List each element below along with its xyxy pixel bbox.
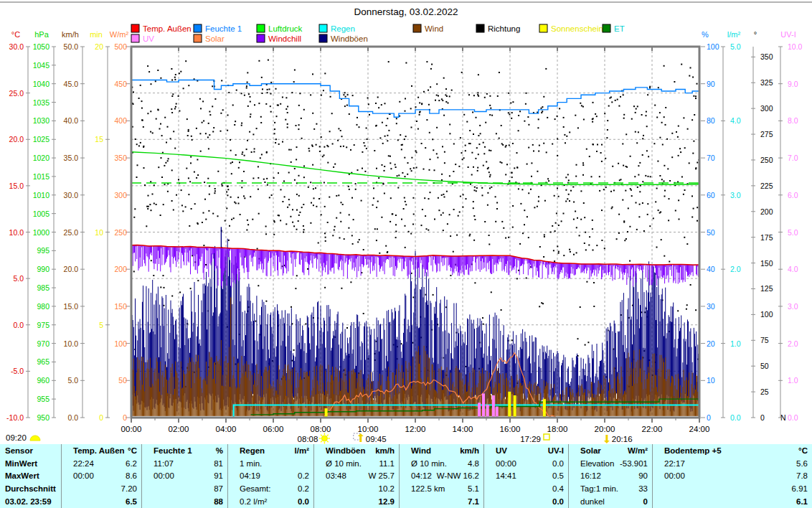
table-cell: Ø 10 min.11.1 [314, 457, 399, 470]
svg-text:1030: 1030 [33, 116, 50, 125]
table-col-feuchte-1: Feuchte 1%11:078100:00918788 [142, 444, 228, 508]
svg-text:0.0: 0.0 [67, 413, 78, 422]
svg-text:25.0: 25.0 [64, 228, 79, 237]
table-cell: 00:008.6 [62, 470, 141, 483]
svg-text:5.0: 5.0 [67, 376, 78, 385]
dashed-box-icon [354, 433, 360, 440]
page-title: Donnerstag, 03.02.2022 [354, 6, 458, 17]
svg-text:250: 250 [114, 228, 127, 237]
svg-text:09:45: 09:45 [366, 435, 387, 443]
svg-text:10.0: 10.0 [64, 339, 79, 348]
col-header: Windkm/h [400, 444, 483, 457]
svg-text:Windböen: Windböen [331, 34, 368, 43]
svg-text:3.0: 3.0 [788, 302, 798, 311]
col-header: UVUV-I [484, 444, 568, 457]
svg-text:22:00: 22:00 [642, 425, 663, 433]
svg-text:4.0: 4.0 [730, 116, 741, 125]
svg-text:15.0: 15.0 [9, 182, 24, 190]
table-cell: 7.1 [400, 495, 483, 508]
svg-text:°: ° [754, 30, 757, 39]
svg-text:2.0: 2.0 [788, 339, 798, 348]
arrow-up-icon [358, 433, 364, 442]
svg-text:0.0: 0.0 [788, 413, 798, 422]
svg-text:80: 80 [707, 116, 715, 125]
svg-text:20.0: 20.0 [64, 265, 79, 273]
table-cell: 1 min. [228, 457, 313, 470]
svg-text:5: 5 [99, 321, 103, 329]
svg-text:1045: 1045 [33, 61, 50, 70]
svg-text:Windchill: Windchill [268, 34, 301, 43]
svg-text:5.0: 5.0 [788, 228, 798, 237]
legend-swatch [319, 24, 327, 32]
sun-half-icon [30, 436, 40, 441]
svg-text:350: 350 [114, 154, 127, 162]
svg-text:35.0: 35.0 [64, 154, 79, 162]
legend-swatch [131, 34, 139, 42]
svg-text:2.0: 2.0 [730, 265, 741, 273]
svg-text:950: 950 [37, 413, 49, 422]
svg-text:1020: 1020 [33, 154, 50, 162]
svg-text:975: 975 [37, 321, 49, 329]
svg-text:16:00: 16:00 [500, 425, 521, 433]
svg-text:1025: 1025 [33, 135, 50, 144]
table-cell: 00:000.0 [484, 457, 568, 470]
svg-text:20:00: 20:00 [595, 425, 615, 433]
svg-text:02:00: 02:00 [169, 425, 189, 433]
svg-text:ET: ET [614, 24, 625, 33]
table-cell: 00:007.8 [653, 470, 812, 483]
table-cell: 6.91 [653, 482, 812, 495]
svg-text:UV-I: UV-I [780, 30, 796, 39]
svg-text:UV: UV [143, 34, 154, 43]
table-cell: 04:190.2 [228, 470, 313, 483]
svg-text:70: 70 [707, 154, 715, 162]
svg-text:Solar: Solar [205, 34, 225, 43]
svg-text:300: 300 [114, 191, 127, 199]
svg-text:5.0: 5.0 [13, 274, 24, 283]
svg-text:500: 500 [114, 42, 127, 51]
legend-swatch [476, 24, 484, 32]
table-cell: 0.2 l/m²0.0 [228, 495, 313, 508]
svg-text:1000: 1000 [33, 228, 50, 237]
table-cell: Tag:1 min.33 [569, 482, 652, 495]
table-cell: 03:48W 25.7 [314, 470, 399, 483]
svg-text:100: 100 [707, 42, 719, 51]
arrow-down-icon [604, 435, 610, 443]
legend-swatch [413, 24, 421, 32]
svg-text:25: 25 [760, 387, 769, 396]
svg-text:Temp. Außen: Temp. Außen [143, 24, 192, 33]
table-cell: 0.0 [484, 495, 568, 508]
legend-swatch [194, 34, 202, 42]
svg-text:985: 985 [37, 283, 49, 292]
legend-swatch [319, 34, 327, 42]
svg-text:30.0: 30.0 [64, 191, 79, 199]
svg-text:7.0: 7.0 [788, 154, 798, 162]
svg-text:995: 995 [37, 246, 49, 255]
svg-text:400: 400 [114, 116, 127, 125]
legend-swatch [257, 34, 265, 42]
table-col-regen: Regenl/m²1 min.04:190.2Gesamt:0.20.2 l/m… [228, 444, 314, 508]
svg-text:04:00: 04:00 [216, 425, 237, 433]
table-cell: dunkel0 [569, 495, 652, 508]
svg-text:06:00: 06:00 [263, 425, 284, 433]
svg-text:30.0: 30.0 [9, 42, 24, 51]
svg-text:955: 955 [37, 395, 49, 403]
sun-icon [319, 433, 330, 444]
svg-text:40.0: 40.0 [64, 116, 79, 125]
svg-text:990: 990 [37, 265, 49, 273]
weather-day-chart-window: Donnerstag, 03.02.2022Temp. AußenFeuchte… [0, 0, 812, 508]
row-label: Sensor [0, 444, 61, 457]
row-label: 03.02. 23:59 [0, 495, 61, 508]
svg-text:4.0: 4.0 [788, 265, 798, 273]
col-header: Regenl/m² [228, 444, 313, 457]
table-cell: 00:0091 [142, 470, 227, 483]
astro-markers: 08:0809:4517:2920:1609:20 [6, 433, 633, 444]
svg-text:Regen: Regen [331, 24, 355, 33]
svg-text:1.0: 1.0 [788, 376, 798, 385]
svg-text:17:29: 17:29 [520, 435, 541, 443]
svg-text:0: 0 [123, 413, 127, 422]
table-cell: 122.5 km5.1 [400, 482, 483, 495]
svg-text:50: 50 [118, 376, 127, 385]
svg-text:10:00: 10:00 [358, 425, 379, 433]
svg-text:0: 0 [760, 413, 765, 422]
svg-text:18:00: 18:00 [547, 425, 568, 433]
